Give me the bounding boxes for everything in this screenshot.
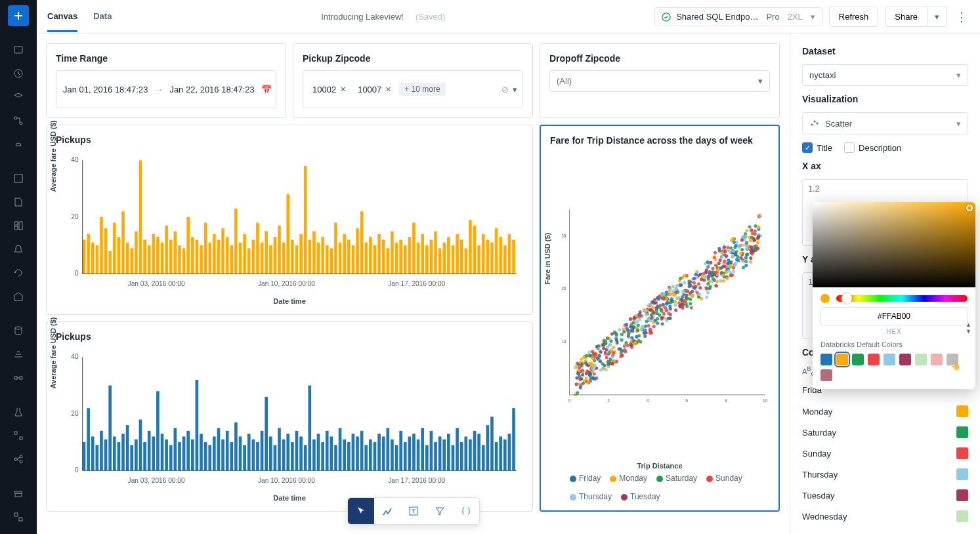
workflows-icon[interactable] [8,110,29,131]
chart-scatter-fare[interactable]: Fare for Trip Distance across the days o… [540,125,780,512]
svg-rect-805 [126,425,129,470]
hex-input[interactable] [820,307,968,325]
svg-rect-85 [339,243,342,274]
color-swatch[interactable] [956,447,968,459]
svg-point-783 [662,292,665,295]
color-day-row[interactable]: Thursday [802,468,968,480]
svg-point-670 [649,308,652,312]
svg-rect-122 [499,237,502,274]
palette-swatch[interactable] [915,354,927,365]
experiments-icon[interactable] [8,401,29,422]
refresh-button[interactable]: Refresh [829,7,879,27]
tool-add-chart[interactable] [374,498,400,524]
partner-icon[interactable] [8,506,29,527]
tool-add-parameter[interactable] [453,498,479,524]
topbar: Canvas Data Introducing Lakeview! (Saved… [37,0,980,34]
svg-point-469 [689,302,692,305]
svg-rect-95 [382,239,385,274]
pickup-multiselect[interactable]: 10002✕ 10007✕ + 10 more ⊘ [303,70,523,108]
workspace-icon[interactable] [8,39,29,60]
hue-slider[interactable] [836,295,968,302]
chart-pickups-bottom[interactable]: Pickups Average fare USD ($) 02040Jan 03… [46,321,533,512]
close-icon[interactable]: ✕ [340,85,346,94]
svg-point-669 [682,291,685,294]
pipelines-icon[interactable] [8,367,29,388]
svg-rect-57 [217,239,221,274]
endpoint-selector[interactable]: Shared SQL Endpo… Pro 2XL [654,7,822,26]
chip[interactable]: 10007✕ [354,83,395,96]
close-icon[interactable]: ✕ [385,85,391,94]
palette-swatch[interactable] [852,354,864,365]
compute-icon[interactable] [8,134,29,155]
chart-title: Fare for Trip Distance across the days o… [550,135,769,146]
share-caret[interactable] [927,7,947,27]
data-icon[interactable] [8,320,29,341]
features-icon[interactable] [8,425,29,446]
palette-swatch[interactable] [931,354,943,365]
color-swatch[interactable] [956,426,968,438]
color-day-row[interactable]: Tuesday [802,489,968,501]
color-day-row[interactable]: Sunday [802,447,968,459]
color-day-row[interactable]: Monday [802,405,968,417]
palette-swatch[interactable] [820,369,832,381]
palette-swatch[interactable] [868,354,880,365]
models-icon[interactable] [8,449,29,470]
dataset-select[interactable]: nyctaxi [802,64,968,86]
date-range-input[interactable]: Jan 01, 2016 18:47:23 → Jan 22, 2016 18:… [56,70,276,108]
alerts-icon[interactable] [8,239,29,260]
create-button[interactable] [8,5,29,26]
palette-swatch[interactable] [947,354,958,365]
warehouses-icon[interactable] [8,286,29,307]
color-swatch[interactable] [956,405,968,417]
svg-rect-850 [321,442,324,470]
svg-point-706 [688,282,691,285]
color-swatch[interactable] [956,468,968,480]
svg-rect-41 [148,245,151,274]
tab-canvas[interactable]: Canvas [47,2,77,32]
chart-pickups-top[interactable]: Pickups Average fare USD ($) 02040Jan 03… [46,125,533,315]
svg-rect-110 [447,237,450,274]
share-button[interactable]: Share [885,7,927,27]
palette-swatch[interactable] [884,354,895,365]
svg-point-279 [618,328,621,331]
dashboards-icon[interactable] [8,215,29,236]
color-day-row[interactable]: Saturday [802,426,968,438]
date-to: Jan 22, 2016 18:47:23 [169,85,254,94]
more-menu[interactable]: ⋮ [954,10,969,24]
history-icon[interactable] [8,262,29,283]
palette-swatch[interactable] [899,354,911,365]
dropoff-select[interactable]: (All) [549,70,770,92]
tool-add-filter[interactable] [427,498,453,524]
chevron-down-icon[interactable] [513,85,517,94]
color-swatch[interactable] [956,510,968,522]
recents-icon[interactable] [8,63,29,84]
description-checkbox[interactable]: Description [844,142,901,153]
clear-icon[interactable]: ⊘ [501,85,509,94]
ingestion-icon[interactable] [8,344,29,365]
svg-rect-97 [391,231,394,274]
more-chip[interactable]: + 10 more [399,83,445,96]
catalog-icon[interactable] [8,87,29,108]
title-checkbox[interactable]: ✓Title [802,142,832,153]
tool-select[interactable] [348,498,374,524]
svg-rect-63 [243,234,246,274]
palette-swatch[interactable] [820,354,832,365]
svg-rect-852 [330,436,333,470]
tool-add-text[interactable] [400,498,427,524]
sql-editor-icon[interactable] [8,168,29,189]
color-day-row[interactable]: Wednesday [802,510,968,522]
svg-rect-93 [373,245,377,274]
visualization-select[interactable]: Scatter [802,112,968,134]
color-picker-popover: HEX ▲▼ Databricks Default Colors [813,202,975,389]
queries-icon[interactable] [8,192,29,213]
tab-data[interactable]: Data [93,2,112,32]
hex-stepper[interactable]: ▲▼ [966,321,971,335]
svg-rect-81 [321,237,324,274]
marketplace-icon[interactable] [8,483,29,504]
chip[interactable]: 10002✕ [309,83,350,96]
svg-point-650 [650,331,653,335]
svg-rect-106 [430,239,433,274]
color-saturation-area[interactable] [813,202,975,287]
color-swatch[interactable] [956,489,968,501]
palette-swatch[interactable] [836,354,848,365]
